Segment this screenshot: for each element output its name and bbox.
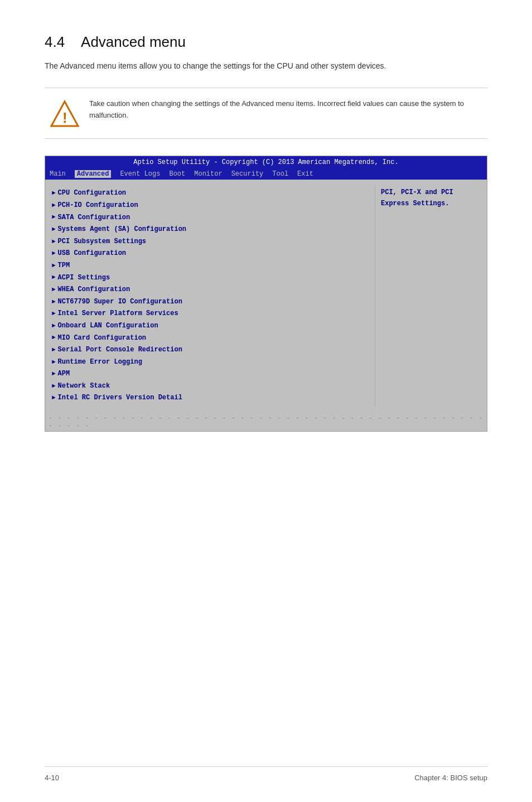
bios-menu-item[interactable]: ►PCI Subsystem Settings [52, 236, 368, 248]
bios-menu-main[interactable]: Main [50, 170, 66, 178]
heading-title: Advanced menu [81, 33, 186, 50]
bios-arrow-icon: ► [52, 321, 56, 332]
intro-text: The Advanced menu items allow you to cha… [45, 60, 487, 72]
bios-menu-item[interactable]: ►TPM [52, 260, 368, 272]
bios-menu-item[interactable]: ►Intel Server Platform Services [52, 308, 368, 320]
bios-menu-eventlogs[interactable]: Event Logs [120, 170, 160, 178]
bios-body: ►CPU Configuration►PCH-IO Configuration►… [45, 180, 487, 412]
bios-menu-item[interactable]: ►WHEA Configuration [52, 284, 368, 296]
warning-icon: ! [50, 99, 79, 128]
bios-help-line2: Express Settings. [381, 200, 449, 207]
bios-menu-item[interactable]: ►Onboard LAN Configuration [52, 320, 368, 332]
bios-menu-item[interactable]: ►PCH-IO Configuration [52, 200, 368, 212]
bios-menu-item[interactable]: ►ACPI Settings [52, 272, 368, 284]
bios-arrow-icon: ► [52, 393, 56, 404]
bios-menu-item[interactable]: ►CPU Configuration [52, 187, 368, 200]
bios-menu-security[interactable]: Security [231, 170, 264, 178]
bios-arrow-icon: ► [52, 284, 56, 296]
bios-arrow-icon: ► [52, 308, 56, 320]
bios-arrow-icon: ► [52, 200, 56, 211]
bios-menu-item[interactable]: ►USB Configuration [52, 248, 368, 260]
bios-menu-item[interactable]: ►MIO Card Configuration [52, 332, 368, 345]
bios-menu-item[interactable]: ►Intel RC Drivers Version Detail [52, 392, 368, 404]
bios-menu-monitor[interactable]: Monitor [194, 170, 222, 178]
warning-box: ! Take caution when changing the setting… [45, 88, 487, 139]
bios-arrow-icon: ► [52, 332, 56, 344]
bios-arrow-icon: ► [52, 369, 56, 380]
bios-arrow-icon: ► [52, 260, 56, 272]
bios-arrow-icon: ► [52, 357, 56, 368]
bios-menu-item[interactable]: ►Systems Agent (SA) Configuration [52, 224, 368, 236]
bios-arrow-icon: ► [52, 381, 56, 392]
bios-menu-item[interactable]: ►Runtime Error Logging [52, 356, 368, 369]
bios-arrow-icon: ► [52, 345, 56, 356]
heading-number: 4.4 [45, 33, 65, 50]
bios-menu-item[interactable]: ►SATA Configuration [52, 212, 368, 224]
bios-menu-item[interactable]: ►Network Stack [52, 380, 368, 393]
bios-menu-item[interactable]: ►Serial Port Console Redirection [52, 344, 368, 356]
bios-arrow-icon: ► [52, 188, 56, 199]
bios-arrow-icon: ► [52, 212, 56, 223]
footer-page-number: 4-10 [45, 774, 59, 782]
bios-help-line1: PCI, PCI-X and PCI [381, 189, 453, 196]
bios-arrow-icon: ► [52, 224, 56, 235]
svg-text:!: ! [62, 109, 67, 126]
footer-chapter: Chapter 4: BIOS setup [414, 774, 487, 782]
section-heading: 4.4 Advanced menu [45, 33, 487, 51]
bios-menu-item[interactable]: ►NCT6779D Super IO Configuration [52, 296, 368, 308]
bios-menu-exit[interactable]: Exit [297, 170, 313, 178]
bios-arrow-icon: ► [52, 236, 56, 248]
bios-left-panel: ►CPU Configuration►PCH-IO Configuration►… [45, 185, 375, 407]
bios-arrow-icon: ► [52, 297, 56, 308]
bios-screen: Aptio Setup Utility - Copyright (C) 2013… [45, 156, 487, 432]
bios-menu-bar: Main Advanced Event Logs Boot Monitor Se… [45, 168, 487, 180]
bios-menu-tool[interactable]: Tool [272, 170, 288, 178]
warning-text: Take caution when changing the settings … [89, 98, 482, 122]
bios-menu-item[interactable]: ►APM [52, 368, 368, 380]
bios-arrow-icon: ► [52, 272, 56, 283]
bios-title-bar: Aptio Setup Utility - Copyright (C) 2013… [45, 156, 487, 168]
bios-menu-advanced[interactable]: Advanced [75, 170, 112, 178]
bios-menu-boot[interactable]: Boot [169, 170, 185, 178]
bios-right-panel: PCI, PCI-X and PCI Express Settings. [375, 185, 487, 407]
page-footer: 4-10 Chapter 4: BIOS setup [45, 766, 487, 782]
bios-dashes: - - - - - - - - - - - - - - - - - - - - … [45, 412, 487, 431]
bios-arrow-icon: ► [52, 248, 56, 259]
